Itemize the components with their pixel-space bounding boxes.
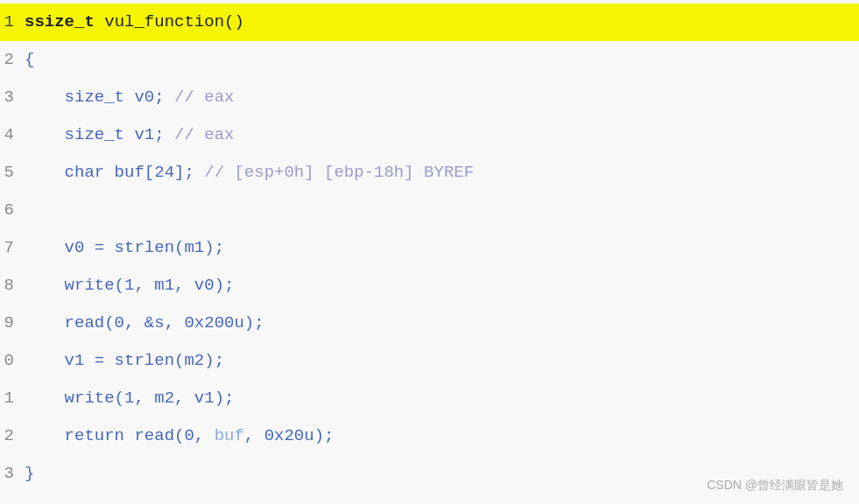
line-content-9: read(0, &s, 0x200u); <box>25 304 264 342</box>
line-content-13: } <box>25 455 34 493</box>
code-line-1: 1 ssize_t vul_function() <box>0 4 859 41</box>
line-content-7: v0 = strlen(m1); <box>25 229 224 267</box>
line-content-6 <box>25 192 34 229</box>
code-line-7: 7 v0 = strlen(m1); <box>0 229 859 267</box>
code-line-6: 6 <box>0 192 859 229</box>
code-container: 1 ssize_t vul_function() 2 { 3 size_t v0… <box>0 0 859 504</box>
line-content-4: size_t v1; // eax <box>25 116 234 154</box>
line-number-4: 4 <box>0 116 25 154</box>
line-number-10: 0 <box>0 342 25 380</box>
code-line-3: 3 size_t v0; // eax <box>0 79 859 116</box>
watermark: CSDN @曾经满眼皆是她 <box>707 478 843 494</box>
code-line-5: 5 char buf[24]; // [esp+0h] [ebp-18h] BY… <box>0 154 859 192</box>
line-number-12: 2 <box>0 417 25 455</box>
line-number-5: 5 <box>0 154 25 192</box>
code-line-9: 9 read(0, &s, 0x200u); <box>0 304 859 342</box>
line-content-11: write(1, m2, v1); <box>25 380 234 417</box>
code-block: 1 ssize_t vul_function() 2 { 3 size_t v0… <box>0 0 859 496</box>
line-number-7: 7 <box>0 229 25 267</box>
line-number-3: 3 <box>0 79 25 116</box>
line-number-2: 2 <box>0 41 25 79</box>
code-line-4: 4 size_t v1; // eax <box>0 116 859 154</box>
line-content-2: { <box>25 41 34 79</box>
code-line-10: 0 v1 = strlen(m2); <box>0 342 859 380</box>
code-line-8: 8 write(1, m1, v0); <box>0 267 859 304</box>
line-content-3: size_t v0; // eax <box>25 79 234 116</box>
line-content-5: char buf[24]; // [esp+0h] [ebp-18h] BYRE… <box>25 154 474 192</box>
line-content-12: return read(0, buf, 0x20u); <box>25 417 334 455</box>
line-number-9: 9 <box>0 304 25 342</box>
code-line-12: 2 return read(0, buf, 0x20u); <box>0 417 859 455</box>
line-content-8: write(1, m1, v0); <box>25 267 234 304</box>
line-number-6: 6 <box>0 192 25 229</box>
line-content-1: ssize_t vul_function() <box>25 4 244 41</box>
line-number-11: 1 <box>0 380 25 417</box>
line-number-1: 1 <box>0 4 25 41</box>
line-content-10: v1 = strlen(m2); <box>25 342 224 380</box>
code-line-11: 1 write(1, m2, v1); <box>0 380 859 417</box>
line-number-13: 3 <box>0 455 25 493</box>
code-line-2: 2 { <box>0 41 859 79</box>
line-number-8: 8 <box>0 267 25 304</box>
